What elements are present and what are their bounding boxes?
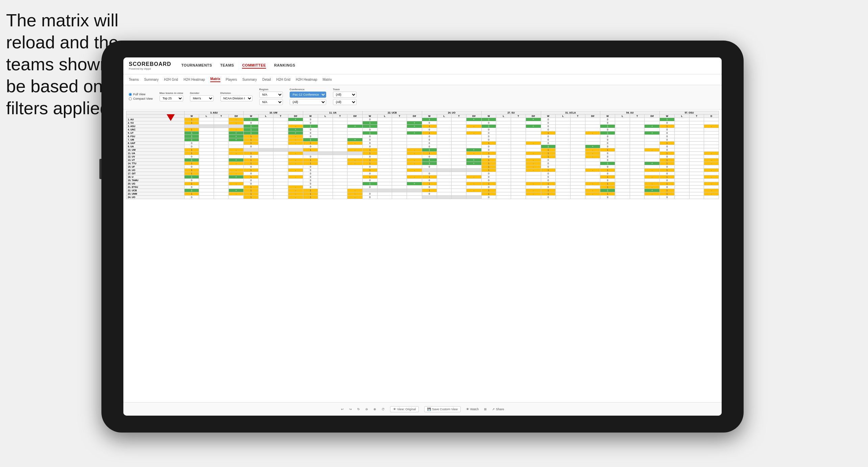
nav-teams[interactable]: TEAMS — [220, 63, 234, 69]
matrix-cell: 1 — [244, 118, 259, 121]
matrix-cell — [674, 155, 689, 158]
team-select-2[interactable]: (All) — [333, 99, 357, 105]
matrix-cell: 1 — [660, 162, 675, 165]
matrix-cell: 0 — [363, 145, 378, 148]
matrix-cell — [437, 186, 452, 189]
undo-button[interactable]: ↩ — [341, 408, 344, 411]
compact-view-radio[interactable] — [129, 97, 132, 100]
matrix-cell: - — [347, 142, 363, 145]
matrix-cell: - — [228, 148, 244, 152]
matrix-cell — [214, 196, 229, 199]
matrix-cell — [273, 182, 288, 186]
nav-committee[interactable]: COMMITTEE — [242, 63, 266, 69]
zoom-in-button[interactable]: ⊕ — [373, 408, 376, 411]
conference-select[interactable]: Pac-12 Conference — [290, 92, 326, 98]
matrix-cell: 1 — [660, 118, 675, 121]
redo-button[interactable]: ↪ — [349, 408, 352, 411]
matrix-cell — [630, 192, 645, 196]
refresh-button[interactable]: ↻ — [357, 408, 360, 411]
table-row: 9. UA0000001+00 — [126, 145, 719, 148]
compact-view-option[interactable]: Compact View — [129, 97, 153, 100]
subnav-h2h-heatmap[interactable]: H2H Heatmap — [184, 78, 205, 81]
matrix-cell — [496, 175, 511, 179]
matrix-cell — [630, 131, 645, 135]
matrix-cell: 0 — [244, 182, 259, 186]
matrix-cell — [556, 186, 571, 189]
tablet-side-button — [99, 159, 101, 179]
matrix-cell — [511, 155, 526, 158]
matrix-cell — [392, 145, 407, 148]
layout-button[interactable]: ⊞ — [484, 408, 487, 411]
matrix-cell — [318, 131, 333, 135]
matrix-cell — [615, 175, 630, 179]
view-original-button[interactable]: 👁 View: Original — [390, 406, 419, 412]
subnav-h2h-heatmap2[interactable]: H2H Heatmap — [296, 78, 317, 81]
region-select[interactable]: N/A — [259, 92, 283, 98]
matrix-cell: 1 — [600, 186, 615, 189]
subnav-matrix2[interactable]: Matrix — [323, 78, 332, 81]
matrix-cell — [377, 131, 392, 135]
subnav-summary[interactable]: Summary — [144, 78, 159, 81]
nav-tournaments[interactable]: TOURNAMENTS — [182, 63, 212, 69]
matrix-cell: - — [526, 169, 541, 172]
zoom-out-button[interactable]: ⊖ — [365, 408, 368, 411]
matrix-cell: 1 — [660, 189, 675, 192]
subnav-teams[interactable]: Teams — [129, 78, 139, 81]
matrix-cell — [496, 138, 511, 142]
gender-select[interactable]: Men's — [190, 95, 214, 101]
matrix-cell — [377, 118, 392, 121]
nav-rankings[interactable]: RANKINGS — [274, 63, 295, 69]
matrix-cell: 1 — [184, 162, 199, 165]
matrix-cell: 1 — [422, 182, 437, 186]
settings-button[interactable]: ⏱ — [382, 408, 385, 411]
matrix-cell — [496, 128, 511, 131]
full-view-option[interactable]: Full View — [129, 93, 153, 96]
matrix-cell — [645, 135, 660, 138]
matrix-cell — [333, 152, 347, 155]
max-teams-select[interactable]: Top 25 — [160, 95, 183, 101]
matrix-cell — [704, 135, 719, 138]
matrix-cell: 0 — [600, 158, 615, 162]
matrix-cell — [392, 175, 407, 179]
division-select[interactable]: NCAA Division I — [220, 95, 252, 101]
matrix-cell — [511, 142, 526, 145]
matrix-cell — [333, 128, 347, 131]
matrix-content[interactable]: 3. ASU 10. UW 11. UA 22. UCB 24. UO 27. … — [123, 109, 722, 402]
region-select-2[interactable]: N/A — [259, 99, 283, 105]
matrix-cell: 0 — [541, 172, 556, 175]
matrix-cell — [689, 189, 704, 192]
matrix-cell: 0 — [660, 172, 675, 175]
col-l-6: L — [496, 115, 511, 118]
matrix-cell: 0 — [422, 192, 437, 196]
matrix-cell — [214, 155, 229, 158]
subnav-summary2[interactable]: Summary — [242, 78, 257, 81]
watch-button[interactable]: 👁 Watch — [466, 408, 479, 411]
subnav-players[interactable]: Players — [226, 78, 237, 81]
table-row: 15. UF000001-000 — [126, 165, 719, 169]
matrix-cell — [214, 162, 229, 165]
table-row: 4. UNC1-1+0000000 — [126, 128, 719, 131]
subnav-detail[interactable]: Detail — [262, 78, 271, 81]
team-select[interactable]: (All) — [333, 92, 357, 98]
matrix-cell: - — [228, 118, 244, 121]
matrix-cell — [674, 145, 689, 148]
matrix-cell: - — [466, 131, 481, 135]
subnav-matrix[interactable]: Matrix — [210, 77, 220, 82]
matrix-cell — [556, 165, 571, 169]
conference-select-2[interactable]: (All) — [290, 99, 326, 105]
matrix-cell — [377, 142, 392, 145]
row-label-cell: 6. FSU — [126, 135, 185, 138]
share-button[interactable]: ↗ Share — [492, 408, 504, 411]
full-view-radio[interactable] — [129, 93, 132, 96]
matrix-cell — [303, 152, 318, 155]
save-custom-button[interactable]: 💾 Save Custom View — [424, 406, 461, 412]
subnav-h2h-grid[interactable]: H2H Grid — [164, 78, 178, 81]
matrix-cell: - — [704, 162, 719, 165]
matrix-cell — [674, 128, 689, 131]
matrix-cell — [570, 145, 585, 148]
matrix-cell: 0 — [422, 138, 437, 142]
matrix-cell: 1 — [184, 121, 199, 125]
subnav-h2h-grid2[interactable]: H2H Grid — [276, 78, 290, 81]
matrix-cell — [570, 128, 585, 131]
col-w-8: W — [600, 115, 615, 118]
